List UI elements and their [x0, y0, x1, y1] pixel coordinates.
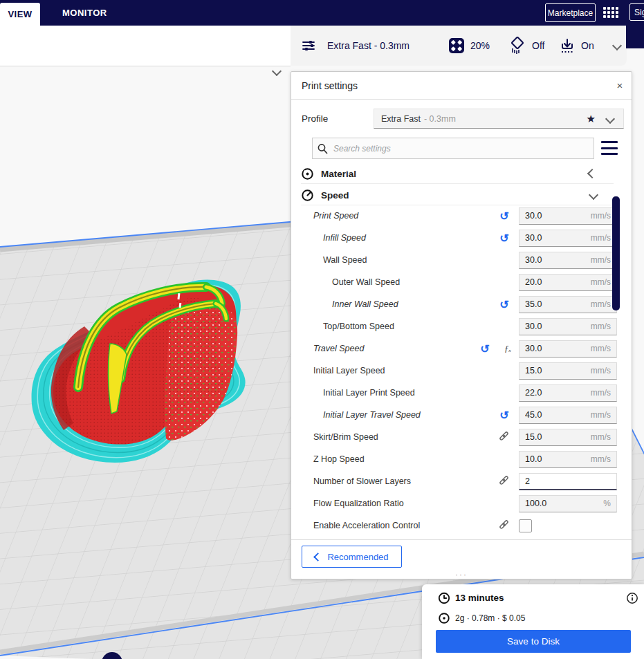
custom-settings-icon: [302, 26, 315, 66]
toolbar-infill-value: 20%: [470, 26, 490, 66]
setting-row-wall-speed: Wall Speed mm/s: [301, 249, 623, 271]
value-field: %: [519, 495, 617, 512]
toolbar-profile-label: Extra Fast - 0.3mm: [327, 26, 410, 66]
reset-icon[interactable]: ↺: [497, 409, 512, 422]
setting-row-number-of-slower-layers: Number of Slower Layers: [301, 470, 623, 492]
setting-row-travel-speed: Travel Speed ↺ ƒₓ mm/s: [301, 337, 623, 360]
clock-icon: [438, 592, 450, 604]
tab-preview[interactable]: VIEW: [0, 3, 40, 26]
toolbar-support-value: Off: [532, 26, 544, 66]
link-icon[interactable]: [498, 474, 512, 489]
tab-monitor[interactable]: MONITOR: [62, 0, 107, 26]
reset-icon[interactable]: ↺: [477, 342, 493, 355]
profile-dropdown[interactable]: Extra Fast - 0.3mm ★: [374, 109, 624, 129]
settings-menu-icon[interactable]: [601, 141, 618, 155]
search-input[interactable]: [332, 143, 594, 154]
setting-row-initial-layer-travel-speed: Initial Layer Travel Speed ↺ mm/s: [301, 404, 623, 426]
setting-row-infill-speed: Infill Speed ↺ mm/s: [301, 227, 623, 249]
function-icon[interactable]: ƒₓ: [500, 343, 515, 354]
chevron-left-icon: [587, 169, 597, 178]
reset-icon[interactable]: ↺: [497, 232, 512, 245]
setting-row-skirt-brim-speed: Skirt/Brim Speed mm/s: [301, 426, 623, 448]
setting-row-inner-wall-speed: Inner Wall Speed ↺ mm/s: [301, 293, 623, 315]
profile-label: Profile: [302, 109, 328, 129]
setting-row-outer-wall-speed: Outer Wall Speed mm/s: [301, 271, 623, 293]
value-field: mm/s: [519, 340, 617, 358]
support-icon: [508, 26, 526, 66]
setting-row-flow-equalization-ratio: Flow Equalization Ratio %: [301, 492, 623, 514]
value-field: mm/s: [519, 384, 617, 402]
reset-icon[interactable]: ↺: [497, 210, 512, 223]
save-to-disk-button[interactable]: Save to Disk: [436, 630, 631, 653]
link-icon[interactable]: [498, 430, 512, 445]
value-field: [519, 473, 617, 490]
category-speed[interactable]: Speed: [301, 185, 614, 205]
link-icon[interactable]: [498, 519, 512, 533]
app-grid-icon[interactable]: [603, 7, 618, 18]
setting-row-z-hop-speed: Z Hop Speed mm/s: [301, 448, 623, 470]
chevron-down-icon: [612, 41, 622, 50]
chevron-down-icon: [605, 113, 615, 123]
chevron-left-icon: [314, 553, 323, 561]
setting-row-initial-layer-print-speed: Initial Layer Print Speed mm/s: [301, 382, 623, 404]
setting-row-top-bottom-speed: Top/Bottom Speed mm/s: [301, 315, 623, 337]
top-bar: VIEW MONITOR Marketplace Sig: [0, 0, 644, 26]
cura-window: { "top_bar": { "active_tab": "VIEW", "mo…: [0, 0, 644, 659]
value-field: mm/s: [519, 318, 617, 335]
toolbar-adhesion-value: On: [581, 26, 594, 66]
value-field: mm/s: [519, 451, 617, 468]
reset-icon[interactable]: ↺: [497, 298, 512, 311]
material-icon: [301, 167, 314, 180]
panel-header: Print settings ×: [291, 72, 632, 100]
value-field: mm/s: [519, 362, 617, 380]
output-panel: 13 minutes 2g · 0.78m · $ 0.05 Save to D…: [422, 584, 644, 659]
tab-monitor-label: MONITOR: [62, 8, 107, 18]
value-field: mm/s: [519, 207, 617, 225]
value-field: mm/s: [519, 407, 617, 424]
panel-title: Print settings: [302, 72, 358, 99]
view-mode-dropdown[interactable]: [0, 26, 291, 66]
panel-resize-handle[interactable]: ···: [291, 570, 632, 579]
chevron-down-icon: [589, 190, 598, 200]
settings-search[interactable]: [312, 138, 594, 159]
acceleration-control-checkbox[interactable]: [519, 519, 532, 532]
footer-divider: [291, 539, 632, 540]
recommended-button[interactable]: Recommended: [302, 546, 402, 568]
search-icon: [313, 142, 332, 155]
value-field: mm/s: [519, 429, 617, 446]
infill-icon: [448, 26, 465, 66]
speed-icon: [301, 189, 314, 202]
setting-row-initial-layer-speed: Initial Layer Speed mm/s: [301, 360, 623, 382]
value-field: mm/s: [519, 296, 617, 313]
value-field: mm/s: [519, 274, 617, 291]
material-estimate: 2g · 0.78m · $ 0.05: [455, 613, 525, 623]
print-settings-summary-bar[interactable]: Extra Fast - 0.3mm 20% Off: [291, 26, 627, 66]
settings-scrollbar[interactable]: [612, 196, 620, 310]
top-right-corner-block: [626, 26, 644, 48]
material-usage-icon: [438, 612, 450, 624]
value-field: mm/s: [519, 252, 617, 269]
category-material[interactable]: Material: [301, 164, 614, 184]
adhesion-icon: [559, 26, 576, 66]
setting-row-print-speed: Print Speed ↺ mm/s: [301, 205, 623, 227]
tab-preview-label: VIEW: [8, 9, 32, 19]
value-field: mm/s: [519, 230, 617, 247]
setting-row-enable-acceleration-control: Enable Acceleration Control: [301, 514, 623, 537]
print-settings-panel: Print settings × Profile Extra Fast - 0.…: [291, 71, 632, 579]
print-time-estimate: 13 minutes: [455, 593, 504, 603]
favorite-star-icon[interactable]: ★: [587, 113, 596, 125]
info-icon[interactable]: [626, 592, 638, 604]
marketplace-button[interactable]: Marketplace: [545, 3, 596, 22]
sign-in-button[interactable]: Sig: [629, 3, 644, 21]
close-icon[interactable]: ×: [614, 79, 626, 91]
